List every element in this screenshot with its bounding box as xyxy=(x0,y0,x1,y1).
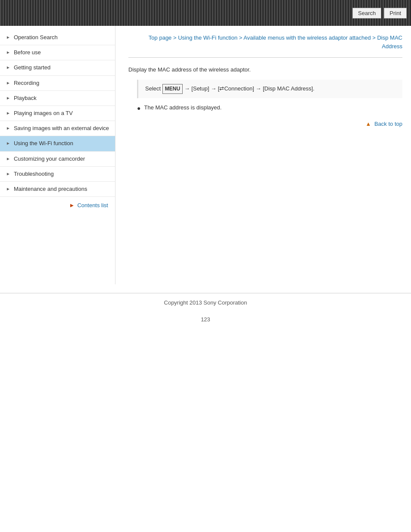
back-to-top-link[interactable]: ▲ Back to top xyxy=(365,121,402,127)
sidebar-item-label: Troubleshooting xyxy=(14,170,111,178)
chevron-right-icon: ► xyxy=(6,125,10,131)
sidebar-item-maintenance[interactable]: ► Maintenance and precautions xyxy=(0,182,115,197)
chevron-right-icon: ► xyxy=(6,65,10,71)
chevron-right-icon: ► xyxy=(6,186,10,192)
contents-list-link[interactable]: ► Contents list xyxy=(0,197,115,214)
menu-box-label: MENU xyxy=(162,84,183,94)
sidebar-item-label: Getting started xyxy=(14,64,111,72)
breadcrumb-separator: > xyxy=(239,34,244,41)
instruction-prefix: Select xyxy=(145,85,161,92)
sidebar: ► Operation Search ► Before use ► Gettin… xyxy=(0,26,115,284)
chevron-right-icon: ► xyxy=(6,156,10,162)
arrow-right-icon: ► xyxy=(69,202,75,208)
sidebar-item-label: Maintenance and precautions xyxy=(14,185,111,193)
chevron-right-icon: ► xyxy=(6,80,10,86)
sidebar-item-label: Operation Search xyxy=(14,34,111,41)
sidebar-item-troubleshooting[interactable]: ► Troubleshooting xyxy=(0,167,115,182)
back-to-top: ▲ Back to top xyxy=(128,120,402,129)
description-text: Display the MAC address of the wireless … xyxy=(128,65,402,75)
sidebar-item-recording[interactable]: ► Recording xyxy=(0,76,115,91)
sidebar-item-customizing[interactable]: ► Customizing your camcorder xyxy=(0,152,115,167)
breadcrumb-separator: > xyxy=(173,34,178,41)
sidebar-item-wifi[interactable]: ► Using the Wi-Fi function xyxy=(0,136,115,151)
chevron-right-icon: ► xyxy=(6,171,10,177)
bullet-text: The MAC address is displayed. xyxy=(144,103,221,112)
sidebar-item-before-use[interactable]: ► Before use xyxy=(0,45,115,60)
chevron-right-icon: ► xyxy=(6,140,10,146)
chevron-right-icon: ► xyxy=(6,110,10,116)
chevron-right-icon: ► xyxy=(6,50,10,56)
sidebar-item-getting-started[interactable]: ► Getting started xyxy=(0,60,115,75)
main-content: Top page > Using the Wi-Fi function > Av… xyxy=(115,26,411,284)
breadcrumb-wifi[interactable]: Using the Wi-Fi function xyxy=(178,34,237,41)
search-button[interactable]: Search xyxy=(352,8,381,19)
page-layout: ► Operation Search ► Before use ► Gettin… xyxy=(0,26,411,284)
sidebar-item-label: Using the Wi-Fi function xyxy=(14,140,111,147)
header: Search Print xyxy=(0,0,411,26)
bullet-icon: ● xyxy=(137,103,140,113)
back-to-top-label: Back to top xyxy=(374,121,402,127)
chevron-right-icon: ► xyxy=(6,95,10,101)
sidebar-item-label: Recording xyxy=(14,79,111,87)
contents-list-label: Contents list xyxy=(77,202,108,208)
breadcrumb: Top page > Using the Wi-Fi function > Av… xyxy=(128,30,402,50)
sidebar-item-label: Saving images with an external device xyxy=(14,124,111,132)
bullet-item: ● The MAC address is displayed. xyxy=(137,103,402,113)
sidebar-item-playing-images-tv[interactable]: ► Playing images on a TV xyxy=(0,106,115,121)
breadcrumb-separator: > xyxy=(372,34,377,41)
sidebar-item-saving-images[interactable]: ► Saving images with an external device xyxy=(0,121,115,136)
divider xyxy=(128,57,402,58)
print-button[interactable]: Print xyxy=(384,8,407,19)
copyright-text: Copyright 2013 Sony Corporation xyxy=(164,299,247,306)
sidebar-item-label: Playback xyxy=(14,94,111,102)
triangle-up-icon: ▲ xyxy=(365,121,371,127)
breadcrumb-top-page[interactable]: Top page xyxy=(149,34,172,41)
breadcrumb-available-menus[interactable]: Available menus with the wireless adapto… xyxy=(243,34,371,41)
instruction-steps: → [Setup] → [⇄Connection] → [Disp MAC Ad… xyxy=(184,85,314,92)
breadcrumb-current: Disp MAC Address xyxy=(377,34,402,50)
sidebar-item-label: Playing images on a TV xyxy=(14,109,111,117)
footer: Copyright 2013 Sony Corporation xyxy=(0,293,411,312)
page-number: 123 xyxy=(0,312,411,327)
sidebar-item-label: Before use xyxy=(14,49,111,56)
content-body: Display the MAC address of the wireless … xyxy=(128,65,402,129)
sidebar-item-label: Customizing your camcorder xyxy=(14,155,111,163)
sidebar-item-playback[interactable]: ► Playback xyxy=(0,91,115,106)
sidebar-item-operation-search[interactable]: ► Operation Search xyxy=(0,30,115,45)
menu-instruction: Select MENU → [Setup] → [⇄Connection] → … xyxy=(137,80,402,98)
chevron-right-icon: ► xyxy=(6,34,10,40)
